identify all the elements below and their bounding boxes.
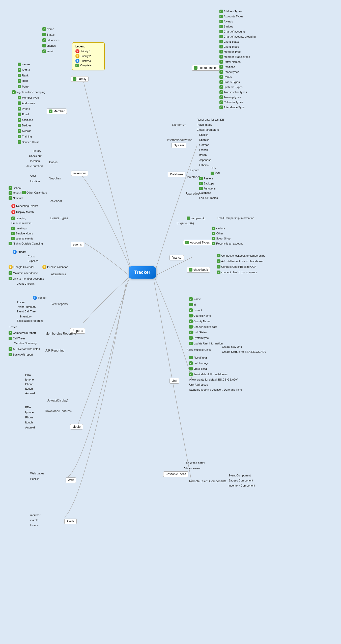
lt-badges: ✓ Badges [219,25,233,28]
events-label: events [73,243,82,246]
lt-phone-types: ✓ Phone types [219,70,239,74]
priority2-icon: 2 [75,54,79,58]
p3-rpt-budget: 3 [33,296,37,300]
ev-link-members: ✓ Link to member accounts [9,277,44,280]
mob-pda1: PDA [25,373,31,377]
cust-patch: Patch image [197,123,212,126]
unit-council-name: ✓ Council Name [189,314,211,317]
fin-campership: ✓ campership [187,217,205,220]
other-calendars: ✓ Other Calandars [22,191,47,194]
ev-school: ✓ School [9,186,21,190]
intl-others: Others? [199,164,209,167]
inv-library: Library [33,149,41,152]
remote-event: Event Component [229,474,251,477]
events-node: events [71,242,84,247]
lt-positions: ✓ Positions [219,65,235,69]
account-types-node: ✓ Account Types [183,240,212,245]
mob-itouch1: Itouch [25,387,33,390]
intl-spanish: Spanish [199,138,209,141]
finance-label: finance [172,256,182,259]
rpt-inventory: Inventory [20,315,32,318]
rpt-roster: Roster [17,301,25,304]
system-node: System [172,143,186,148]
legend-p3-label: Priority 3 [81,60,91,62]
intl-english: English [199,133,208,136]
ev-budget: 3 Budget [13,250,26,254]
lookup-label: Lookup tables [198,66,217,70]
unit-addresses: Unit Addresses [189,383,208,386]
member-dob: ✓ DOB [18,79,28,83]
account-types-label: Account Types [190,241,210,244]
lookup-tables-node: ✓ Lookup tables [192,65,220,71]
intl-italian: Italian [199,153,207,156]
display-month: 1 Display Month [11,210,34,214]
rpt-basic-adhoc: Basic adhoc reporting [17,319,43,322]
remote-inventory: Inventory Component [229,484,255,487]
center-label: Tracker [134,270,150,275]
mob-pda2: PDA [25,406,31,409]
checkbook-node: ✓ checkbook [187,267,210,273]
priority1-icon: 1 [75,49,79,53]
p1-repeating: 1 [11,204,15,208]
idea-pinewood: Pine Wood derby [184,461,205,464]
upgr-lookup: LookUP Tables [199,196,218,199]
remote-badges: Badges Component [229,479,253,482]
unit-update-info: ✓ Update Unit Information [189,342,223,345]
unit-name: ✓ Name [189,297,201,301]
member-label: Member [53,110,65,113]
lt-chart-grouping: ✓ Chart of acounts grouping [219,35,256,38]
member-phone: ✓ Phone [18,107,30,111]
legend-p1-label: Priority 1 [81,50,91,53]
fin-reconcile: ✓ Reconcile an account [212,242,243,245]
member-email: ✓ Email [18,113,29,116]
supplies-label: Supplies [49,177,61,180]
mob-android1: Android [25,392,35,395]
mobile-label: Moble [72,425,81,428]
unit-create-startup: Create Startup for BSA,GS,CS,ADV [222,350,266,353]
attendence-label: Attendence [51,273,66,276]
ev-councl: ✓ Councl [9,191,21,195]
remote-client-label: Remote Client Components [189,479,226,483]
mob-iphone2: Iphone [25,411,34,414]
unit-county-name: ✓ County Name [189,319,210,323]
ev-supplies: Supplies [28,259,38,262]
repeating-events: 1 Repeating Events [11,204,38,208]
database-node: Database [168,172,185,177]
unit-create-new: Create new Unit [222,345,242,348]
fin-savings: ✓ savings [212,227,225,230]
lt-member-type: ✓ Member Type [219,50,241,53]
maint-backups: ✓ Backups [199,182,214,185]
lt-status-types: ✓ Status Types [219,80,240,84]
mem-call-trees: ✓ Call Trees [9,337,25,340]
finance-node: finance [169,255,184,260]
inv-location2: location [30,180,40,183]
chk-camperships: ✓ Connect checkbook to camperships [217,254,265,257]
legend-priority2: 2 Priority 2 [75,54,101,58]
ev-costs: Costs [28,255,35,258]
calendar-label: calendar [50,199,62,203]
idea-advancement: Advancement [184,467,201,470]
family-node: ✓ Family [71,76,89,82]
unit-fiscal-year: ✓ Fiscal Year [189,356,207,359]
member-names: ✓ names [18,63,30,66]
legend-completed: ✓ Completed [75,64,101,67]
unit-email-host: ✓ Email Host [189,367,207,370]
mob-android2: Android [25,426,35,429]
export-xml: ✓ XML [211,172,221,175]
inv-cost: Cost [30,174,36,177]
unit-allow-multiple: Allow multiple Units [187,348,211,351]
family-label: Family [77,77,86,81]
legend-priority3: 3 Priority 3 [75,59,101,63]
fin-scout-shop: ✓ Scout Shop [212,237,231,240]
possible-ideas-node: Possable Ideas [163,471,188,477]
member-type: ✓ Member Type [18,96,39,99]
unit-meeting-loc: Standard Meeting Location, Date and Time [189,388,242,391]
intl-german: German [199,143,209,146]
intl-label: Internationalization [167,138,192,142]
membership-reporting-label: Membership Reporting [45,332,76,335]
member-patrol: ✓ Patrol [18,85,29,88]
inv-date: date purched [26,165,43,168]
member-positions: ✓ positions [18,118,33,122]
export-label: Export [190,169,199,172]
p2-google: 2 [9,265,13,269]
